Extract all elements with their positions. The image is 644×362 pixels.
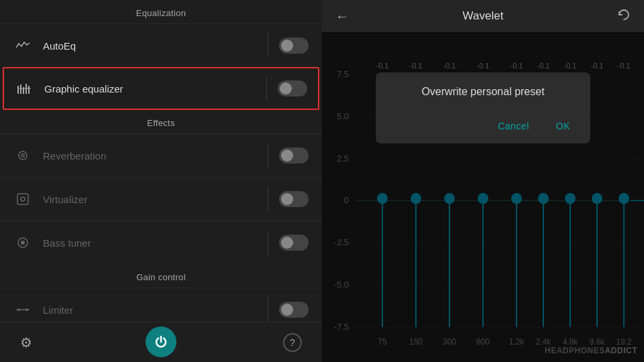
dialog-buttons: Cancel OK — [389, 109, 577, 137]
autoeq-icon — [13, 36, 32, 55]
bass-tuner-icon — [13, 233, 32, 252]
equalization-header: Equalization — [0, 0, 322, 23]
menu-item-graphic-eq[interactable]: Graphic equalizer — [3, 67, 319, 110]
dialog-overlay: Overwrite personal preset Cancel OK — [322, 32, 644, 362]
menu-item-reverberation[interactable]: Reverberation — [0, 133, 322, 177]
svg-rect-8 — [17, 194, 28, 204]
ok-button[interactable]: OK — [549, 115, 577, 137]
menu-item-bass-tuner[interactable]: Bass tuner — [0, 221, 322, 264]
reverberation-label: Reverberation — [43, 150, 268, 162]
overwrite-dialog: Overwrite personal preset Cancel OK — [376, 72, 590, 143]
bottom-bar: ⚙ ? — [0, 322, 322, 362]
effects-header: Effects — [0, 110, 322, 133]
help-icon[interactable]: ? — [283, 333, 302, 352]
settings-icon[interactable]: ⚙ — [20, 335, 32, 351]
reset-button[interactable] — [617, 8, 631, 25]
svg-point-12 — [17, 308, 20, 311]
graphic-eq-divider — [266, 76, 267, 101]
bass-tuner-divider — [268, 231, 268, 255]
svg-rect-1 — [20, 84, 21, 94]
svg-point-11 — [21, 241, 25, 245]
limiter-icon — [13, 300, 32, 319]
virtualizer-icon — [13, 190, 32, 208]
menu-item-virtualizer[interactable]: Virtualizer — [0, 177, 322, 221]
reverberation-divider — [268, 143, 268, 168]
right-panel: ← Wavelet 7.5 5.0 2.5 0 -2. — [322, 0, 644, 362]
left-panel: Equalization AutoEq Graphic equalizer — [0, 0, 322, 362]
power-button[interactable] — [146, 326, 176, 357]
cancel-button[interactable]: Cancel — [491, 115, 536, 137]
gain-control-header: Gain control — [0, 264, 322, 288]
autoeq-toggle[interactable] — [279, 38, 309, 54]
svg-point-7 — [21, 154, 24, 157]
autoeq-divider — [268, 34, 268, 58]
autoeq-label: AutoEq — [43, 40, 268, 52]
reverberation-toggle[interactable] — [279, 147, 309, 164]
svg-point-9 — [21, 197, 25, 201]
graphic-eq-toggle[interactable] — [278, 80, 307, 97]
bass-tuner-toggle[interactable] — [279, 235, 309, 251]
graphic-eq-icon — [15, 79, 34, 98]
virtualizer-toggle[interactable] — [279, 191, 309, 207]
limiter-label: Limiter — [43, 304, 268, 316]
dialog-title: Overwrite personal preset — [389, 86, 577, 98]
limiter-divider — [268, 298, 268, 322]
svg-rect-0 — [17, 86, 19, 94]
graphic-eq-label: Graphic equalizer — [44, 83, 266, 95]
svg-point-14 — [25, 308, 28, 311]
reverberation-icon — [13, 146, 32, 165]
limiter-toggle[interactable] — [279, 302, 309, 318]
bass-tuner-label: Bass tuner — [43, 237, 268, 249]
svg-point-6 — [19, 152, 27, 160]
virtualizer-label: Virtualizer — [43, 194, 268, 205]
wavelet-title: Wavelet — [463, 9, 504, 23]
right-header: ← Wavelet — [322, 0, 644, 32]
menu-item-autoeq[interactable]: AutoEq — [0, 23, 322, 67]
svg-rect-4 — [28, 86, 30, 94]
virtualizer-divider — [268, 187, 268, 211]
back-button[interactable]: ← — [335, 9, 349, 24]
